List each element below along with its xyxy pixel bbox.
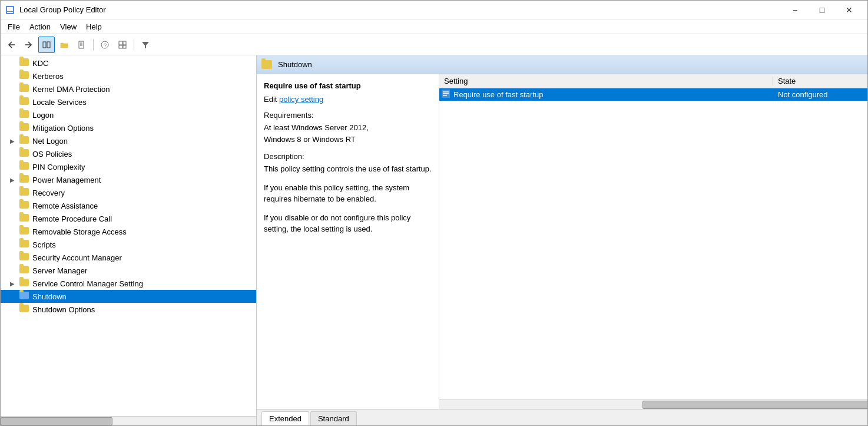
tree-horizontal-scrollbar[interactable]	[1, 416, 256, 425]
forward-button[interactable]	[21, 37, 37, 53]
tab-standard[interactable]: Standard	[310, 411, 357, 425]
tree-item-pin[interactable]: PIN Complexity	[1, 160, 256, 173]
tree-label-recovery: Recovery	[32, 189, 65, 197]
svg-rect-15	[119, 45, 122, 48]
tree-label-locale: Locale Services	[32, 98, 87, 107]
svg-rect-2	[7, 12, 13, 13]
edit-policy-row: Edit policy setting	[264, 95, 432, 104]
folder-icon-locale	[19, 97, 30, 107]
requirements-text: At least Windows Server 2012,Windows 8 o…	[264, 122, 432, 145]
tree-item-kdc[interactable]: KDC	[1, 57, 256, 70]
window-controls: − □ ✕	[781, 1, 863, 19]
folder-icon-power	[19, 175, 30, 184]
settings-horizontal-scrollbar[interactable]	[439, 399, 867, 409]
tree-label-shutdown-options: Shutdown Options	[32, 305, 95, 314]
maximize-button[interactable]: □	[809, 1, 836, 19]
toolbar-separator-1	[93, 39, 94, 51]
svg-rect-16	[123, 45, 126, 48]
tree-label-os-policies: OS Policies	[32, 150, 72, 158]
tree-label-logon: Logon	[32, 111, 54, 120]
tree-wrapper: KDC Kerberos Kernel DMA Protection	[1, 55, 256, 416]
menu-view[interactable]: View	[55, 21, 81, 32]
svg-rect-1	[7, 7, 13, 11]
folder-icon-scm	[19, 279, 30, 288]
folder-button[interactable]	[56, 37, 72, 53]
back-button[interactable]	[3, 37, 19, 53]
expand-icon-netlogon: ▶	[10, 138, 19, 144]
tree-item-kerberos[interactable]: Kerberos	[1, 70, 256, 82]
tree-label-kdc: KDC	[32, 59, 48, 68]
tree-item-shutdown-options[interactable]: Shutdown Options	[1, 303, 256, 316]
settings-panel: Setting State	[439, 74, 867, 409]
help-button[interactable]: ?	[97, 37, 113, 53]
show-hide-tree-button[interactable]	[38, 37, 55, 53]
folder-icon-removable	[19, 227, 30, 236]
settings-scrollbar-thumb[interactable]	[642, 401, 867, 409]
content-header-folder-icon	[261, 60, 273, 70]
menu-action[interactable]: Action	[25, 21, 55, 32]
tree-label-kerberos: Kerberos	[32, 72, 64, 81]
view-button[interactable]	[114, 37, 131, 53]
tree-scrollbar-thumb[interactable]	[1, 417, 112, 425]
tree-item-scm[interactable]: ▶ Service Control Manager Setting	[1, 277, 256, 290]
edit-text: Edit	[264, 95, 277, 104]
description-text-1: This policy setting controls the use of …	[264, 163, 432, 175]
settings-row-fast-startup[interactable]: Require use of fast startup Not configur…	[439, 88, 867, 101]
svg-text:?: ?	[104, 42, 107, 48]
tree-item-server-manager[interactable]: Server Manager	[1, 264, 256, 277]
tree-item-shutdown[interactable]: Shutdown	[1, 290, 256, 303]
tree-label-rpc: Remote Procedure Call	[32, 214, 112, 223]
window-title: Local Group Policy Editor	[19, 5, 781, 14]
toolbar: ?	[1, 34, 867, 55]
tree-item-removable[interactable]: Removable Storage Access	[1, 225, 256, 238]
tabs-bar: Extended Standard	[257, 409, 867, 425]
setting-name-fast-startup: Require use of fast startup	[451, 90, 773, 99]
setting-icon-fast-startup	[439, 90, 451, 100]
svg-rect-6	[47, 42, 50, 48]
tree-item-logon[interactable]: Logon	[1, 108, 256, 121]
tree-item-scripts[interactable]: Scripts	[1, 238, 256, 251]
tree-label-shutdown: Shutdown	[32, 292, 67, 301]
tree-item-sam[interactable]: Security Account Manager	[1, 251, 256, 264]
tree-item-rpc[interactable]: Remote Procedure Call	[1, 212, 256, 225]
close-button[interactable]: ✕	[836, 1, 863, 19]
tree-label-pin: PIN Complexity	[32, 163, 85, 171]
tree-item-power[interactable]: ▶ Power Management	[1, 173, 256, 186]
minimize-button[interactable]: −	[781, 1, 809, 19]
requirements-label: Requirements:	[264, 111, 432, 120]
menu-file[interactable]: File	[3, 21, 25, 32]
tree-label-sam: Security Account Manager	[32, 253, 122, 262]
policy-setting-link[interactable]: policy setting	[279, 95, 323, 104]
tree-label-scripts: Scripts	[32, 240, 56, 249]
tree-item-kernel-dma[interactable]: Kernel DMA Protection	[1, 82, 256, 95]
settings-table-body: Require use of fast startup Not configur…	[439, 88, 867, 399]
tree-container[interactable]: KDC Kerberos Kernel DMA Protection	[1, 55, 256, 317]
folder-icon-shutdown-options	[19, 305, 30, 314]
menu-help[interactable]: Help	[81, 21, 107, 32]
tree-item-remote-assist[interactable]: Remote Assistance	[1, 199, 256, 212]
folder-icon-kernel-dma	[19, 84, 30, 94]
folder-icon-os-policies	[19, 149, 30, 158]
tree-item-recovery[interactable]: Recovery	[1, 186, 256, 199]
description-panel: Require use of fast startup Edit policy …	[257, 74, 439, 409]
title-bar: Local Group Policy Editor − □ ✕	[1, 1, 867, 19]
export-button[interactable]	[74, 37, 90, 53]
content-header: Shutdown	[257, 55, 867, 74]
folder-icon-kerberos	[19, 71, 30, 81]
tree-item-os-policies[interactable]: OS Policies	[1, 147, 256, 160]
tree-label-netlogon: Net Logon	[32, 137, 68, 146]
content-split: Require use of fast startup Edit policy …	[257, 74, 867, 409]
folder-icon-mitigation	[19, 123, 30, 133]
tree-item-locale[interactable]: Locale Services	[1, 95, 256, 108]
description-label: Description:	[264, 152, 432, 161]
tree-item-netlogon[interactable]: ▶ Net Logon	[1, 134, 256, 147]
expand-icon-scm: ▶	[10, 280, 19, 287]
folder-icon-sam	[19, 253, 30, 262]
left-panel: KDC Kerberos Kernel DMA Protection	[1, 55, 257, 425]
filter-button[interactable]	[137, 37, 154, 53]
svg-rect-14	[123, 41, 126, 45]
svg-marker-17	[142, 42, 149, 48]
tree-item-mitigation[interactable]: Mitigation Options	[1, 121, 256, 134]
tab-extended[interactable]: Extended	[261, 411, 309, 425]
setting-state-fast-startup: Not configured	[773, 90, 867, 99]
